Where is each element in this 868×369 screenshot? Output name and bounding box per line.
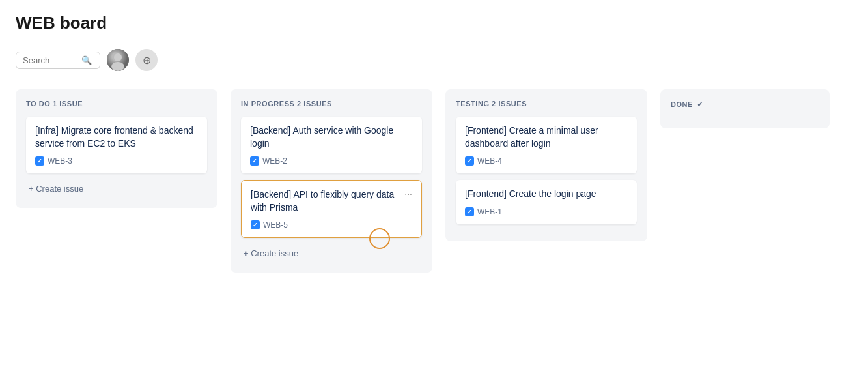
column-title-inprogress: IN PROGRESS 2 ISSUES [241,100,332,108]
badge-checkbox-icon [250,156,259,166]
search-icon[interactable]: 🔍 [81,55,92,65]
card-title: [Infra] Migrate core frontend & backend … [35,125,198,150]
column-title-done: DONE [671,100,693,108]
card-more-button[interactable]: ··· [402,187,415,200]
badge-id: WEB-1 [477,207,502,216]
card-title: [Frontend] Create a minimal user dashboa… [465,125,628,150]
column-header-testing: TESTING 2 ISSUES [456,100,637,108]
board: TO DO 1 ISSUE[Infra] Migrate core fronte… [16,89,852,273]
column-inprogress: IN PROGRESS 2 ISSUES[Backend] Auth servi… [231,89,432,273]
search-input[interactable] [23,55,81,65]
card-card-web5[interactable]: ···[Backend] API to flexibly query data … [241,180,422,238]
badge-checkbox-icon [35,156,44,166]
toolbar: 🔍 ⊕ [16,49,852,71]
card-title: [Frontend] Create the login page [465,188,628,201]
column-testing: TESTING 2 ISSUES[Frontend] Create a mini… [445,89,647,241]
card-badge: WEB-1 [465,207,628,216]
card-card-web3[interactable]: [Infra] Migrate core frontend & backend … [26,117,207,173]
card-badge: WEB-5 [251,220,412,229]
card-title: [Backend] API to flexibly query data wit… [251,188,412,214]
avatar-user[interactable] [107,49,129,71]
svg-point-1 [111,62,124,71]
card-badge: WEB-3 [35,156,198,166]
create-issue-button-inprogress[interactable]: + Create issue [241,244,422,262]
page-title: WEB board [16,13,852,33]
badge-checkbox-icon [465,156,474,166]
column-header-done: DONE✓ [671,100,819,109]
column-title-testing: TESTING 2 ISSUES [456,100,527,108]
card-card-web2[interactable]: [Backend] Auth service with Google login… [241,117,422,173]
column-todo: TO DO 1 ISSUE[Infra] Migrate core fronte… [16,89,217,208]
done-check-icon: ✓ [697,100,704,109]
column-header-inprogress: IN PROGRESS 2 ISSUES [241,100,422,108]
card-badge: WEB-4 [465,156,628,166]
column-header-todo: TO DO 1 ISSUE [26,100,207,108]
badge-id: WEB-2 [262,156,287,166]
card-card-web1[interactable]: [Frontend] Create the login pageWEB-1 [456,180,637,224]
add-member-icon: ⊕ [143,54,151,66]
card-badge: WEB-2 [250,156,413,166]
badge-id: WEB-5 [263,220,288,229]
card-card-web4[interactable]: [Frontend] Create a minimal user dashboa… [456,117,637,173]
search-box[interactable]: 🔍 [16,52,100,69]
create-issue-button-todo[interactable]: + Create issue [26,180,207,198]
badge-id: WEB-4 [477,156,502,166]
avatar-image [107,49,129,71]
badge-checkbox-icon [251,220,260,229]
badge-checkbox-icon [465,207,474,216]
add-member-button[interactable]: ⊕ [135,49,158,71]
svg-point-0 [114,53,122,61]
badge-id: WEB-3 [48,156,72,166]
column-title-todo: TO DO 1 ISSUE [26,100,83,108]
card-title: [Backend] Auth service with Google login [250,125,413,150]
column-done: DONE✓ [660,89,830,128]
